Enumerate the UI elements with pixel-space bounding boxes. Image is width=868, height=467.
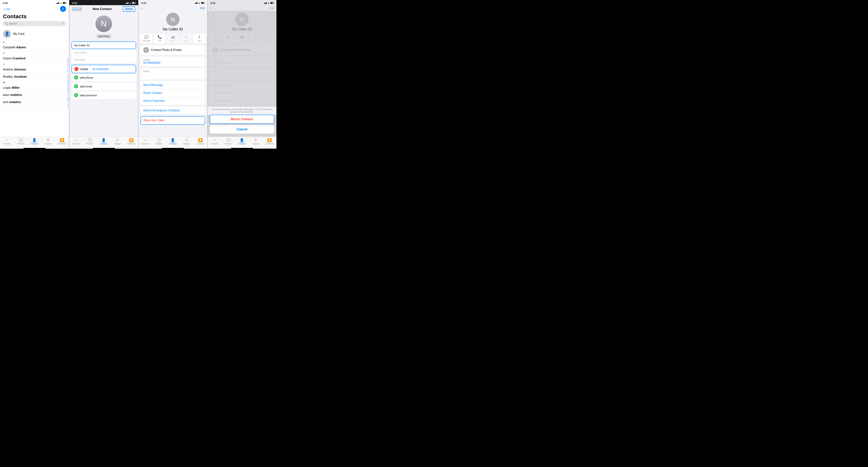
contact-photo-mini-avatar-4: N <box>212 47 218 53</box>
detail-nav: ‹ Edit <box>138 5 207 11</box>
screen-contacts-list: 2:12 ▲ ‹ Lists + Contacts 🔍 🎙 <box>0 0 69 149</box>
contact-item-tosh-mobitrix[interactable]: tosh mobitrix <box>0 99 69 106</box>
back-button-4[interactable]: ‹ <box>210 6 211 10</box>
new-contact-nav: Cancel New Contact Done <box>69 5 138 13</box>
status-bar-4: 2:14 ▲ <box>208 0 276 5</box>
edit-button-3[interactable]: Edit <box>200 6 205 9</box>
first-name-field[interactable] <box>71 41 136 49</box>
tab3-voicemail-label: Voicemail <box>196 143 205 145</box>
tab2-favorites[interactable]: ☆ Favorites <box>69 138 83 145</box>
block-caller-row[interactable]: Block this Caller <box>141 117 205 124</box>
cancel-button[interactable]: Cancel <box>72 7 82 11</box>
company-field[interactable] <box>71 56 136 63</box>
notes-label: Notes <box>143 70 203 73</box>
add-contact-button[interactable]: + <box>60 6 66 12</box>
contact-photo-row[interactable]: N Contact Photo & Poster <box>141 45 205 55</box>
tab2-recents[interactable]: 🕐 Recents <box>83 138 97 145</box>
favorites-icon-3: ☆ <box>144 138 147 142</box>
tab2-keypad-label: Keypad <box>115 143 121 145</box>
add-phone-label[interactable]: add phone <box>80 76 93 79</box>
tab3-recents[interactable]: 🕐 Recents <box>152 138 166 145</box>
last-name-field[interactable] <box>71 49 136 56</box>
my-card-item[interactable]: 👤 My Card <box>0 28 69 40</box>
contact-photo-letter-4: N <box>214 49 216 52</box>
keypad-icon-2: ⠿ <box>116 138 119 142</box>
phone-number-input[interactable] <box>93 67 133 71</box>
done-button[interactable]: Done <box>123 6 135 12</box>
detail-avatar-letter-4: N <box>240 16 244 23</box>
my-card-label: My Card <box>13 32 24 36</box>
phone-row[interactable]: mobile 00 00000000 <box>141 57 205 66</box>
add-email-row[interactable]: + add email <box>71 83 136 90</box>
tab2-contacts[interactable]: 👤 Contacts <box>97 138 111 145</box>
add-emergency-row[interactable]: Add to Emergency Contacts <box>141 107 205 114</box>
search-input[interactable] <box>9 22 60 25</box>
mobile-value[interactable]: 00 00000000 <box>143 61 203 64</box>
tab-keypad[interactable]: ⠿ Keypad <box>41 138 55 145</box>
action-pay-btn[interactable]: $ pay <box>193 34 205 43</box>
detail-scroll-4: N No Caller ID 💬 message 📞 call 📹 video … <box>208 11 276 137</box>
contact-item-team-mobitrix[interactable]: team mobitrix <box>0 91 69 99</box>
contact-item-jonathan[interactable]: Bradley Jonathan <box>0 73 69 80</box>
microphone-icon[interactable]: 🎙 <box>62 22 64 25</box>
tab2-voicemail[interactable]: ⏬ Voicemail <box>124 138 138 145</box>
tab2-keypad[interactable]: ⠿ Keypad <box>111 138 124 145</box>
tab2-favorites-label: Favorites <box>72 143 80 145</box>
first-name-input[interactable] <box>74 44 133 47</box>
add-pronouns-label[interactable]: add pronouns <box>80 94 97 97</box>
tab3-keypad-label: Keypad <box>184 143 190 145</box>
detail-name-4: No Caller ID <box>232 27 252 31</box>
contact-photo-row-4: N Contact Photo & Poster <box>210 45 274 55</box>
edit-button-4[interactable]: Edit <box>269 6 274 9</box>
tab3-voicemail[interactable]: ⏬ Voicemail <box>193 138 207 145</box>
back-button-3[interactable]: ‹ <box>141 6 142 10</box>
alpha-index[interactable]: ABC DEF GHI JKL MNO PQR STU VWX YZ# <box>67 58 69 107</box>
search-bar[interactable]: 🔍 🎙 <box>3 21 66 26</box>
contact-item-adams[interactable]: Campbell Adams <box>0 44 69 51</box>
add-email-label[interactable]: add email <box>80 85 92 88</box>
status-icons-2: ▲ <box>126 2 135 4</box>
add-favorites-row[interactable]: Add to Favorites <box>141 97 205 105</box>
add-pronouns-icon: + <box>74 93 78 97</box>
add-phone-row[interactable]: + add phone <box>71 74 136 81</box>
action-mail-btn: ✉ mail <box>180 34 192 43</box>
block-contact-button[interactable]: Block Contact <box>210 115 274 124</box>
video-icon: 📹 <box>171 35 175 39</box>
message-label: message <box>143 40 150 42</box>
tab3-keypad[interactable]: ⠿ Keypad <box>180 138 193 145</box>
detail-header: N No Caller ID <box>138 11 207 34</box>
tab-contacts[interactable]: 👤 Contacts <box>28 138 41 145</box>
tab3-favorites-label: Favorites <box>142 143 149 145</box>
tab-favorites[interactable]: ☆ Favorites <box>0 138 14 145</box>
cancel-block-button[interactable]: Cancel <box>210 125 274 134</box>
tab-recents[interactable]: 🕐 Recents <box>14 138 28 145</box>
share-contact-row[interactable]: Share Contact <box>141 89 205 97</box>
status-bar-1: 2:12 ▲ <box>0 0 69 5</box>
phone-card-4: mobile 00 00000000 <box>210 57 274 66</box>
contact-item-crawford[interactable]: Ciaran Crawford <box>0 55 69 62</box>
last-name-input[interactable] <box>74 51 133 54</box>
add-pronouns-row[interactable]: + add pronouns <box>71 91 136 99</box>
tab3-contacts[interactable]: 👤 Contacts <box>166 138 180 145</box>
company-input[interactable] <box>74 58 133 61</box>
tab4-voicemail[interactable]: ⏬ Voicemail <box>262 138 276 145</box>
tab4-recents[interactable]: 🕐 Recents <box>221 138 235 145</box>
action-message-btn[interactable]: 💬 message <box>141 34 153 43</box>
tab3-favorites[interactable]: ☆ Favorites <box>138 138 152 145</box>
add-email-icon: + <box>74 84 78 88</box>
contact-item-johnson[interactable]: Andrew Johnson <box>0 66 69 73</box>
phone-field-row[interactable]: − mobile › <box>71 65 136 73</box>
send-message-row[interactable]: Send Message <box>141 81 205 89</box>
phone-type-label[interactable]: mobile <box>80 67 88 71</box>
tab4-contacts[interactable]: 👤 Contacts <box>235 138 249 145</box>
tab4-favorites[interactable]: ☆ Favorites <box>208 138 221 145</box>
contact-item-miller[interactable]: Logan Miller <box>0 84 69 91</box>
tab-voicemail[interactable]: ⏬ Voicemail <box>55 138 69 145</box>
remove-phone-button[interactable]: − <box>74 67 79 71</box>
add-photo-button[interactable]: Add Photo <box>96 34 112 38</box>
tab4-keypad[interactable]: ⠿ Keypad <box>249 138 262 145</box>
tab4-recents-label: Recents <box>225 143 231 145</box>
lists-label[interactable]: Lists <box>4 7 10 10</box>
action-call-btn[interactable]: 📞 call <box>154 34 166 43</box>
lists-back-button[interactable]: ‹ Lists <box>3 7 10 10</box>
